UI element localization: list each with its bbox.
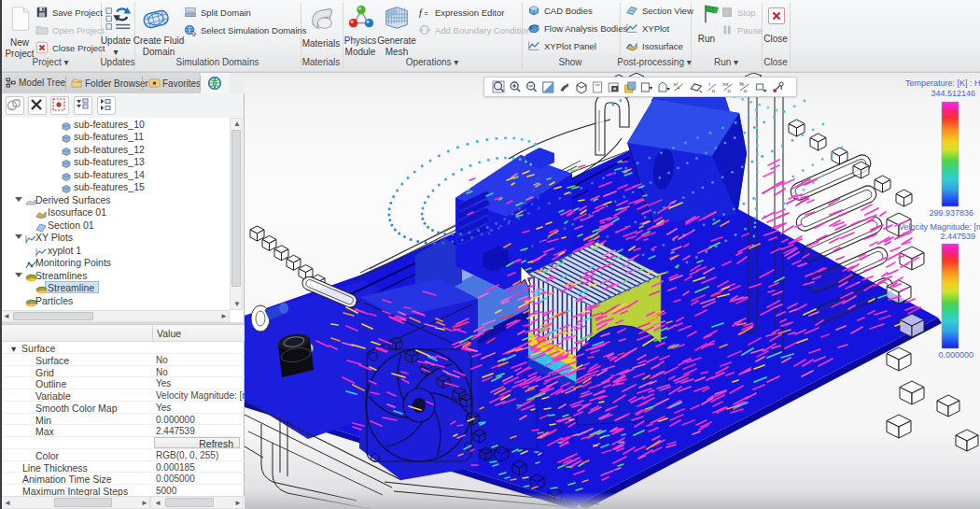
svg-text:0.000000: 0.000000 xyxy=(938,350,973,360)
svg-text:o: o xyxy=(744,88,748,93)
svg-text:Temperature: [K] : H: Temperature: [K] : H xyxy=(905,78,980,88)
svg-text:o: o xyxy=(727,88,731,93)
svg-text:=: = xyxy=(424,9,428,18)
svg-text:%: % xyxy=(739,81,745,87)
svg-text:344.512146: 344.512146 xyxy=(931,89,975,98)
svg-text:i: i xyxy=(709,81,710,87)
svg-text:Velocity Magnitude: [m/s]: Velocity Magnitude: [m/s] xyxy=(899,222,980,232)
svg-text:299.937836: 299.937836 xyxy=(929,208,973,218)
svg-text:xx: xx xyxy=(722,81,728,87)
svg-text:2.447539: 2.447539 xyxy=(940,232,975,241)
svg-text:o: o xyxy=(712,88,716,93)
svg-text:f: f xyxy=(419,7,424,18)
